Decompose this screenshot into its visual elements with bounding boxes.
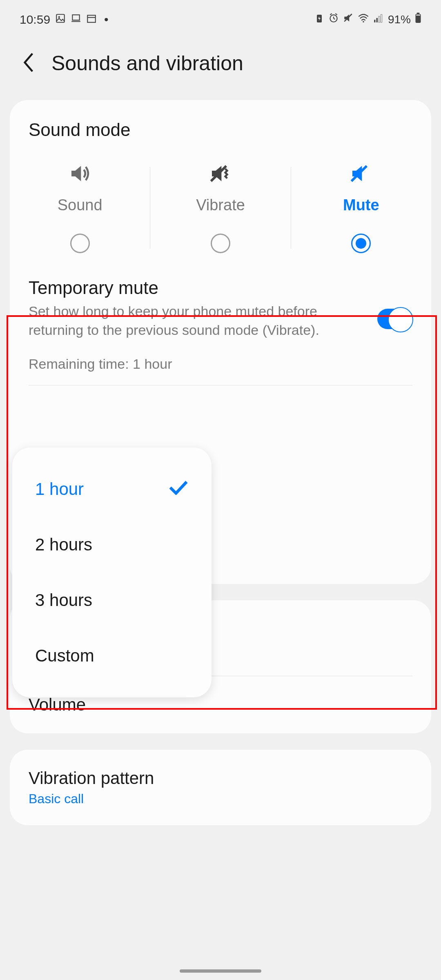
temporary-mute-section: Temporary mute Set how long to keep your… [10,253,431,372]
speaker-icon [69,162,91,187]
svg-point-1 [58,16,60,18]
status-left: 10:59 • [20,13,109,27]
page-title: Sounds and vibration [51,51,243,75]
svg-rect-16 [379,16,380,22]
dropdown-item-custom[interactable]: Custom [12,628,212,684]
radio-sound[interactable] [70,234,90,253]
duration-dropdown: 1 hour 2 hours 3 hours Custom [12,448,212,697]
mode-option-sound[interactable]: Sound [10,162,150,253]
svg-point-13 [363,21,364,23]
volume-title: Volume [29,695,412,715]
wifi-icon [358,12,369,27]
svg-rect-2 [72,15,79,20]
svg-rect-0 [56,14,65,22]
clock: 10:59 [20,13,50,27]
svg-line-10 [330,13,332,15]
temp-mute-description: Set how long to keep your phone muted be… [29,302,368,340]
vibration-pattern-value: Basic call [29,791,412,806]
sound-mode-row: Sound Vibrate Mute [10,158,431,253]
svg-rect-20 [416,15,420,16]
battery-icon [415,13,421,26]
mute-status-icon [343,13,354,26]
mode-label-vibrate: Vibrate [196,196,245,214]
image-icon [55,13,66,27]
vibrate-icon [209,162,232,187]
mode-label-mute: Mute [343,196,379,214]
dropdown-item-1hour[interactable]: 1 hour [12,461,212,517]
nav-handle[interactable] [180,969,261,973]
radio-vibrate[interactable] [211,234,230,253]
calendar-icon [86,13,97,27]
battery-saver-icon [314,13,324,26]
vibration-pattern-row[interactable]: Vibration pattern Basic call [10,750,431,825]
vibration-card: Vibration pattern Basic call [10,750,431,825]
svg-rect-17 [381,14,382,22]
status-bar: 10:59 • 91% [0,0,441,35]
svg-line-9 [334,18,335,19]
dropdown-item-3hours[interactable]: 3 hours [12,572,212,628]
temp-mute-title: Temporary mute [29,278,412,298]
mode-option-mute[interactable]: Mute [291,162,431,253]
status-right: 91% [314,12,421,27]
back-icon[interactable] [20,51,37,76]
vibration-pattern-title: Vibration pattern [29,768,412,788]
battery-percent: 91% [388,13,411,26]
dropdown-item-2hours[interactable]: 2 hours [12,517,212,572]
dropdown-label: 2 hours [35,535,92,555]
svg-rect-15 [376,18,378,22]
radio-mute[interactable] [351,234,371,253]
svg-rect-19 [417,13,420,14]
dropdown-label: 1 hour [35,479,84,499]
remaining-time: Remaining time: 1 hour [29,356,412,372]
dropdown-label: 3 hours [35,590,92,610]
mode-label-sound: Sound [58,196,102,214]
sound-mode-heading: Sound mode [10,120,431,158]
check-icon [168,479,189,499]
svg-rect-4 [87,15,96,22]
svg-rect-14 [374,20,375,22]
dropdown-label: Custom [35,646,94,666]
page-header: Sounds and vibration [0,35,441,100]
mute-icon [350,162,372,187]
mode-option-vibrate[interactable]: Vibrate [150,162,290,253]
alarm-icon [328,13,339,26]
laptop-icon [71,13,81,27]
svg-line-11 [335,13,337,15]
temp-mute-toggle[interactable] [377,309,412,329]
dot-icon: • [104,13,109,27]
signal-icon [373,13,384,26]
